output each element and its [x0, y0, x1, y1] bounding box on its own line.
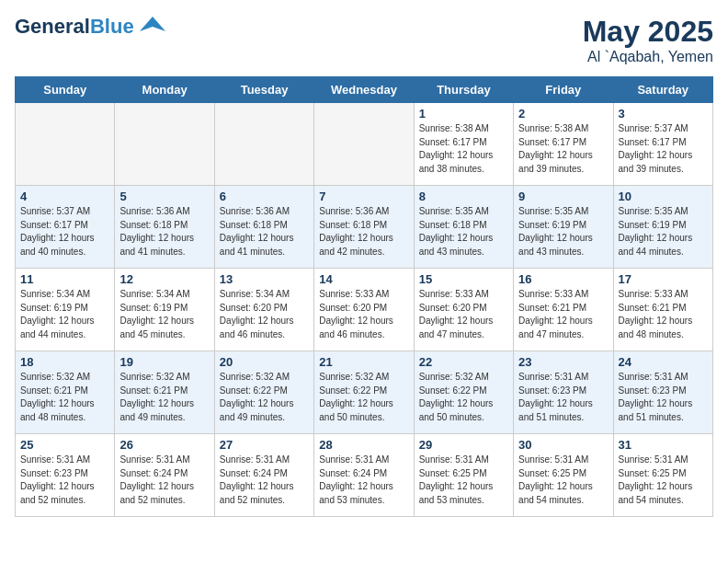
calendar-week-row: 18Sunrise: 5:32 AM Sunset: 6:21 PM Dayli…: [16, 351, 713, 434]
calendar-cell: 11Sunrise: 5:34 AM Sunset: 6:19 PM Dayli…: [16, 269, 115, 351]
logo-blue: Blue: [90, 15, 134, 38]
day-number: 13: [220, 272, 309, 286]
calendar-cell: 16Sunrise: 5:33 AM Sunset: 6:21 PM Dayli…: [514, 269, 613, 351]
day-number: 19: [119, 355, 209, 369]
calendar-week-row: 25Sunrise: 5:31 AM Sunset: 6:23 PM Dayli…: [16, 434, 713, 517]
calendar-cell: 31Sunrise: 5:31 AM Sunset: 6:25 PM Dayli…: [613, 434, 712, 517]
calendar-cell: 25Sunrise: 5:31 AM Sunset: 6:23 PM Dayli…: [16, 434, 115, 517]
calendar-cell: 29Sunrise: 5:31 AM Sunset: 6:25 PM Dayli…: [414, 434, 513, 517]
day-number: 23: [518, 355, 608, 369]
day-number: 27: [220, 438, 309, 452]
day-info: Sunrise: 5:35 AM Sunset: 6:19 PM Dayligh…: [518, 205, 608, 259]
day-info: Sunrise: 5:32 AM Sunset: 6:21 PM Dayligh…: [20, 371, 109, 424]
calendar-cell: 17Sunrise: 5:33 AM Sunset: 6:21 PM Dayli…: [613, 269, 712, 351]
col-header-sunday: Sunday: [16, 77, 115, 103]
calendar-cell: 6Sunrise: 5:36 AM Sunset: 6:18 PM Daylig…: [214, 186, 313, 269]
day-info: Sunrise: 5:31 AM Sunset: 6:24 PM Dayligh…: [319, 454, 408, 507]
day-number: 21: [319, 355, 408, 369]
day-number: 2: [518, 107, 608, 121]
day-info: Sunrise: 5:31 AM Sunset: 6:25 PM Dayligh…: [619, 454, 708, 507]
calendar-cell: 1Sunrise: 5:38 AM Sunset: 6:17 PM Daylig…: [414, 103, 513, 186]
calendar-cell: 2Sunrise: 5:38 AM Sunset: 6:17 PM Daylig…: [514, 103, 613, 186]
calendar-cell: 20Sunrise: 5:32 AM Sunset: 6:22 PM Dayli…: [214, 351, 313, 434]
day-number: 14: [319, 272, 408, 286]
day-number: 29: [419, 438, 508, 452]
calendar-cell: 18Sunrise: 5:32 AM Sunset: 6:21 PM Dayli…: [16, 351, 115, 434]
day-info: Sunrise: 5:32 AM Sunset: 6:22 PM Dayligh…: [319, 371, 408, 424]
calendar-cell: 8Sunrise: 5:35 AM Sunset: 6:18 PM Daylig…: [414, 186, 513, 269]
col-header-friday: Friday: [514, 77, 613, 103]
day-number: 10: [619, 190, 708, 203]
day-info: Sunrise: 5:31 AM Sunset: 6:25 PM Dayligh…: [518, 454, 608, 507]
calendar-week-row: 11Sunrise: 5:34 AM Sunset: 6:19 PM Dayli…: [16, 269, 713, 351]
month-year-title: May 2025: [583, 15, 713, 49]
day-info: Sunrise: 5:31 AM Sunset: 6:23 PM Dayligh…: [20, 454, 109, 507]
col-header-wednesday: Wednesday: [314, 77, 414, 103]
day-number: 31: [619, 438, 708, 452]
day-info: Sunrise: 5:34 AM Sunset: 6:19 PM Dayligh…: [119, 288, 209, 341]
calendar-cell: 10Sunrise: 5:35 AM Sunset: 6:19 PM Dayli…: [613, 186, 712, 269]
day-number: 25: [20, 438, 109, 452]
day-number: 24: [619, 355, 708, 369]
day-number: 9: [518, 190, 608, 203]
logo-general: General: [15, 15, 90, 38]
calendar-cell: 22Sunrise: 5:32 AM Sunset: 6:22 PM Dayli…: [414, 351, 513, 434]
day-info: Sunrise: 5:34 AM Sunset: 6:20 PM Dayligh…: [220, 288, 309, 341]
calendar-cell: 4Sunrise: 5:37 AM Sunset: 6:17 PM Daylig…: [16, 186, 115, 269]
day-info: Sunrise: 5:31 AM Sunset: 6:25 PM Dayligh…: [419, 454, 508, 507]
day-number: 6: [220, 190, 309, 203]
day-number: 4: [20, 190, 109, 203]
calendar-cell: [16, 103, 115, 186]
day-info: Sunrise: 5:32 AM Sunset: 6:21 PM Dayligh…: [119, 371, 209, 424]
calendar-table: SundayMondayTuesdayWednesdayThursdayFrid…: [15, 76, 713, 517]
calendar-cell: [314, 103, 414, 186]
day-number: 7: [319, 190, 408, 203]
day-info: Sunrise: 5:31 AM Sunset: 6:24 PM Dayligh…: [220, 454, 309, 507]
day-info: Sunrise: 5:36 AM Sunset: 6:18 PM Dayligh…: [319, 205, 408, 259]
day-info: Sunrise: 5:37 AM Sunset: 6:17 PM Dayligh…: [619, 122, 708, 176]
calendar-week-row: 4Sunrise: 5:37 AM Sunset: 6:17 PM Daylig…: [16, 186, 713, 269]
day-info: Sunrise: 5:31 AM Sunset: 6:23 PM Dayligh…: [619, 371, 708, 424]
calendar-cell: 26Sunrise: 5:31 AM Sunset: 6:24 PM Dayli…: [115, 434, 214, 517]
day-info: Sunrise: 5:34 AM Sunset: 6:19 PM Dayligh…: [20, 288, 109, 341]
col-header-saturday: Saturday: [613, 77, 712, 103]
col-header-monday: Monday: [115, 77, 214, 103]
day-number: 5: [119, 190, 209, 203]
calendar-cell: 13Sunrise: 5:34 AM Sunset: 6:20 PM Dayli…: [214, 269, 313, 351]
calendar-cell: [115, 103, 214, 186]
calendar-cell: 27Sunrise: 5:31 AM Sunset: 6:24 PM Dayli…: [214, 434, 313, 517]
calendar-cell: 7Sunrise: 5:36 AM Sunset: 6:18 PM Daylig…: [314, 186, 414, 269]
day-info: Sunrise: 5:35 AM Sunset: 6:19 PM Dayligh…: [619, 205, 708, 259]
day-number: 8: [419, 190, 508, 203]
day-info: Sunrise: 5:32 AM Sunset: 6:22 PM Dayligh…: [419, 371, 508, 424]
day-number: 18: [20, 355, 109, 369]
day-info: Sunrise: 5:33 AM Sunset: 6:20 PM Dayligh…: [419, 288, 508, 341]
calendar-cell: 21Sunrise: 5:32 AM Sunset: 6:22 PM Dayli…: [314, 351, 414, 434]
calendar-cell: 23Sunrise: 5:31 AM Sunset: 6:23 PM Dayli…: [514, 351, 613, 434]
calendar-cell: 12Sunrise: 5:34 AM Sunset: 6:19 PM Dayli…: [115, 269, 214, 351]
calendar-cell: 9Sunrise: 5:35 AM Sunset: 6:19 PM Daylig…: [514, 186, 613, 269]
day-info: Sunrise: 5:31 AM Sunset: 6:23 PM Dayligh…: [518, 371, 608, 424]
calendar-header-row: SundayMondayTuesdayWednesdayThursdayFrid…: [16, 77, 713, 103]
calendar-cell: 24Sunrise: 5:31 AM Sunset: 6:23 PM Dayli…: [613, 351, 712, 434]
day-info: Sunrise: 5:35 AM Sunset: 6:18 PM Dayligh…: [419, 205, 508, 259]
calendar-cell: [214, 103, 313, 186]
col-header-thursday: Thursday: [414, 77, 513, 103]
day-number: 22: [419, 355, 508, 369]
day-info: Sunrise: 5:36 AM Sunset: 6:18 PM Dayligh…: [119, 205, 209, 259]
title-block: May 2025 Al `Aqabah, Yemen: [583, 15, 713, 65]
day-number: 3: [619, 107, 708, 121]
day-number: 15: [419, 272, 508, 286]
day-number: 26: [119, 438, 209, 452]
logo: GeneralBlue: [15, 15, 165, 39]
day-info: Sunrise: 5:32 AM Sunset: 6:22 PM Dayligh…: [220, 371, 309, 424]
calendar-cell: 15Sunrise: 5:33 AM Sunset: 6:20 PM Dayli…: [414, 269, 513, 351]
day-info: Sunrise: 5:33 AM Sunset: 6:20 PM Dayligh…: [319, 288, 408, 341]
col-header-tuesday: Tuesday: [214, 77, 313, 103]
day-number: 12: [119, 272, 209, 286]
day-info: Sunrise: 5:31 AM Sunset: 6:24 PM Dayligh…: [119, 454, 209, 507]
day-number: 1: [419, 107, 508, 121]
calendar-week-row: 1Sunrise: 5:38 AM Sunset: 6:17 PM Daylig…: [16, 103, 713, 186]
svg-marker-0: [140, 17, 165, 31]
logo-bird-icon: [140, 15, 165, 35]
